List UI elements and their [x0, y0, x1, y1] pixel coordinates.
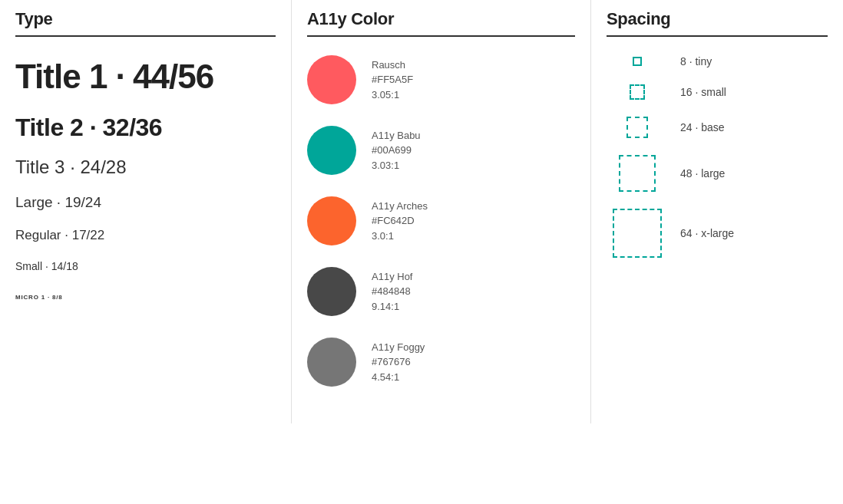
spacing-box-wrap-small: [607, 84, 668, 100]
spacing-box-small: [630, 84, 645, 100]
spacing-item-xlarge: 64 · x-large: [607, 209, 828, 258]
spacing-item-large: 48 · large: [607, 155, 828, 192]
spacing-box-base: [626, 117, 648, 138]
color-column: A11y Color Rausch #FF5A5F 3.05:1 A11y Ba…: [292, 0, 591, 423]
spacing-item-tiny: 8 · tiny: [607, 55, 828, 68]
color-ratio-babu: 3.03:1: [372, 158, 421, 173]
type-item-large: Large · 19/24: [15, 193, 276, 212]
type-label-large: Large · 19/24: [15, 194, 101, 210]
color-ratio-foggy: 4.54:1: [372, 370, 425, 385]
color-info-babu: A11y Babu #00A699 3.03:1: [372, 128, 421, 173]
spacing-label-tiny: 8 · tiny: [680, 55, 712, 68]
color-swatch-arches: [307, 196, 356, 245]
type-column: Type Title 1 · 44/56 Title 2 · 32/36 Tit…: [0, 0, 292, 423]
color-item-rausch: Rausch #FF5A5F 3.05:1: [307, 55, 575, 104]
color-swatch-rausch: [307, 55, 356, 104]
color-hex-arches: #FC642D: [372, 213, 428, 229]
color-item-babu: A11y Babu #00A699 3.03:1: [307, 126, 575, 175]
color-item-hof: A11y Hof #484848 9.14:1: [307, 267, 575, 316]
color-item-foggy: A11y Foggy #767676 4.54:1: [307, 338, 575, 387]
color-hex-foggy: #767676: [372, 354, 425, 370]
type-label-regular: Regular · 17/22: [15, 228, 104, 242]
spacing-item-small: 16 · small: [607, 84, 828, 100]
color-name-foggy: A11y Foggy: [372, 340, 425, 355]
type-item-small: Small · 14/18: [15, 259, 276, 273]
type-item-micro: MICRO 1 · 8/8: [15, 288, 276, 302]
color-name-babu: A11y Babu: [372, 128, 421, 143]
color-hex-hof: #484848: [372, 284, 412, 299]
color-name-rausch: Rausch: [372, 58, 413, 73]
color-ratio-hof: 9.14:1: [372, 299, 412, 315]
spacing-box-wrap-base: [607, 117, 668, 138]
color-ratio-arches: 3.0:1: [372, 229, 428, 244]
color-hex-rausch: #FF5A5F: [372, 72, 413, 87]
color-info-arches: A11y Arches #FC642D 3.0:1: [372, 199, 428, 244]
spacing-label-xlarge: 64 · x-large: [680, 227, 734, 239]
type-item-title1: Title 1 · 44/56: [15, 55, 276, 98]
type-label-title1: Title 1 · 44/56: [15, 58, 213, 95]
color-info-rausch: Rausch #FF5A5F 3.05:1: [372, 58, 413, 103]
spacing-item-base: 24 · base: [607, 117, 828, 138]
color-swatch-hof: [307, 267, 356, 316]
type-label-small: Small · 14/18: [15, 260, 78, 272]
spacing-box-tiny: [633, 57, 642, 66]
spacing-box-wrap-large: [607, 155, 668, 192]
type-label-title2: Title 2 · 32/36: [15, 114, 162, 141]
color-section-title: A11y Color: [307, 9, 575, 37]
color-ratio-rausch: 3.05:1: [372, 87, 413, 103]
type-item-title3: Title 3 · 24/28: [15, 156, 276, 178]
color-item-arches: A11y Arches #FC642D 3.0:1: [307, 196, 575, 245]
color-info-foggy: A11y Foggy #767676 4.54:1: [372, 340, 425, 385]
spacing-column: Spacing 8 · tiny 16 · small 24 · base 48…: [591, 0, 843, 423]
type-section-title: Type: [15, 9, 276, 37]
spacing-section-title: Spacing: [607, 9, 828, 37]
color-swatch-babu: [307, 126, 356, 175]
color-hex-babu: #00A699: [372, 143, 421, 158]
type-item-regular: Regular · 17/22: [15, 227, 276, 244]
color-name-arches: A11y Arches: [372, 199, 428, 214]
color-info-hof: A11y Hof #484848 9.14:1: [372, 269, 412, 315]
color-name-hof: A11y Hof: [372, 269, 412, 285]
spacing-box-large: [619, 155, 656, 192]
spacing-box-xlarge: [613, 209, 662, 258]
spacing-box-wrap-xlarge: [607, 209, 668, 258]
spacing-label-base: 24 · base: [680, 121, 725, 133]
color-swatch-foggy: [307, 338, 356, 387]
main-layout: Type Title 1 · 44/56 Title 2 · 32/36 Tit…: [0, 0, 843, 423]
spacing-label-large: 48 · large: [680, 167, 725, 180]
spacing-box-wrap-tiny: [607, 57, 668, 66]
spacing-label-small: 16 · small: [680, 86, 726, 98]
type-item-title2: Title 2 · 32/36: [15, 114, 276, 141]
type-label-micro: MICRO 1 · 8/8: [15, 294, 63, 301]
type-label-title3: Title 3 · 24/28: [15, 156, 127, 177]
